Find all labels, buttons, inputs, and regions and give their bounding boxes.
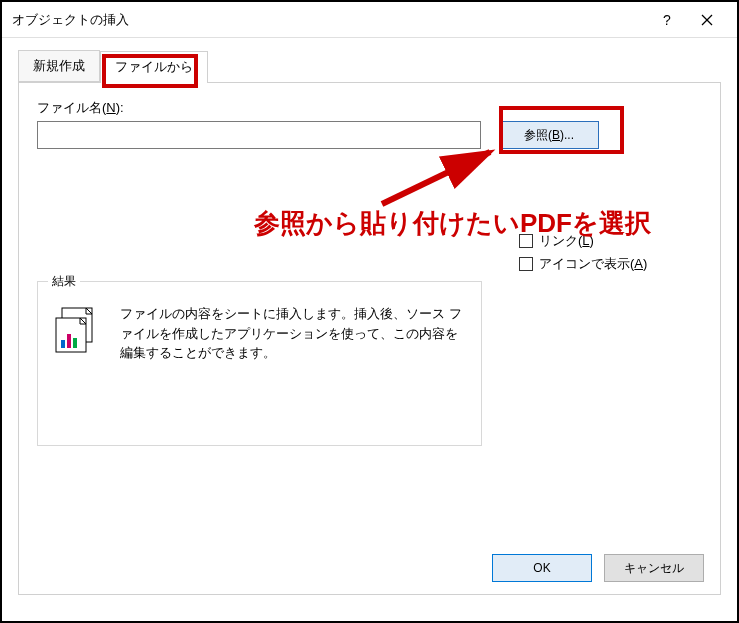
icon-checkbox-row[interactable]: アイコンで表示(A) bbox=[519, 255, 647, 273]
browse-button[interactable]: 参照(B)... bbox=[499, 121, 599, 149]
icon-checkbox[interactable] bbox=[519, 257, 533, 271]
ok-button[interactable]: OK bbox=[492, 554, 592, 582]
close-icon bbox=[701, 14, 713, 26]
svg-rect-8 bbox=[73, 338, 77, 348]
result-text: ファイルの内容をシートに挿入します。挿入後、ソース ファイルを作成したアプリケー… bbox=[120, 304, 465, 363]
result-icon bbox=[54, 304, 104, 354]
svg-rect-6 bbox=[61, 340, 65, 348]
annotation-text: 参照から貼り付けたいPDFを選択 bbox=[254, 206, 651, 241]
help-button[interactable]: ? bbox=[647, 2, 687, 37]
result-legend: 結果 bbox=[48, 273, 80, 290]
svg-rect-7 bbox=[67, 334, 71, 348]
filename-input[interactable] bbox=[37, 121, 481, 149]
result-group: 結果 ファイルの内容をシートに挿入します。挿入後、ソース ファイルを作成したアプ… bbox=[37, 281, 482, 446]
filename-label: ファイル名(N): bbox=[37, 99, 702, 117]
cancel-button[interactable]: キャンセル bbox=[604, 554, 704, 582]
icon-checkbox-label: アイコンで表示(A) bbox=[539, 255, 647, 273]
tab-create-new[interactable]: 新規作成 bbox=[18, 50, 100, 82]
tab-panel-from-file: ファイル名(N): 参照(B)... リンク(L) アイコンで表示(A) 結果 bbox=[18, 82, 721, 595]
dialog-buttons: OK キャンセル bbox=[492, 554, 704, 582]
close-button[interactable] bbox=[687, 2, 727, 37]
tab-from-file[interactable]: ファイルから bbox=[100, 51, 208, 83]
titlebar: オブジェクトの挿入 ? bbox=[2, 2, 737, 38]
content-area: 新規作成 ファイルから ファイル名(N): 参照(B)... リンク(L) アイ… bbox=[2, 38, 737, 611]
chart-document-icon bbox=[54, 304, 104, 354]
window-title: オブジェクトの挿入 bbox=[12, 11, 647, 29]
tabs: 新規作成 ファイルから bbox=[18, 50, 721, 82]
